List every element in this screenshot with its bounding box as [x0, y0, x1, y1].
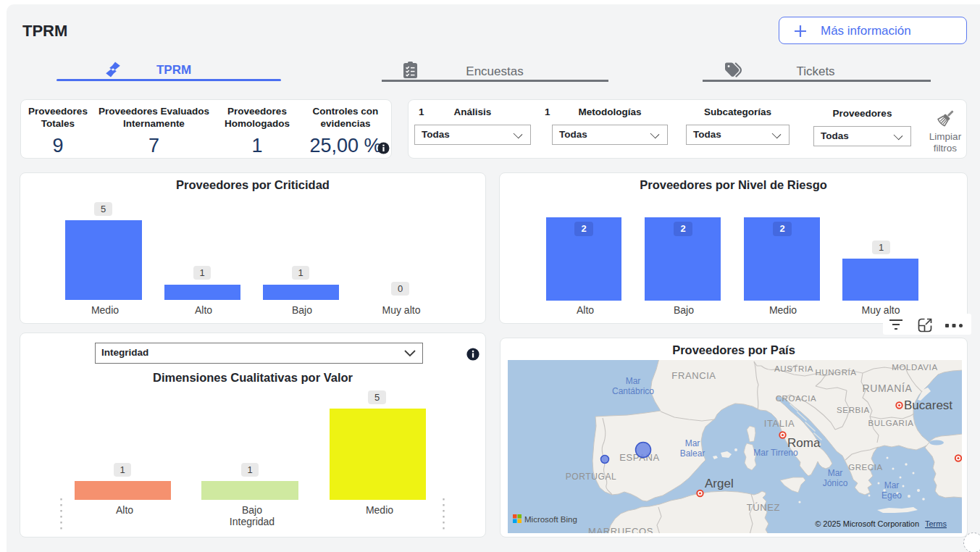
svg-text:MOLDAVIA: MOLDAVIA	[892, 363, 937, 372]
svg-text:HUNGRÍA: HUNGRÍA	[815, 368, 856, 377]
svg-text:CROACIA: CROACIA	[776, 394, 817, 403]
svg-text:PORTUGAL: PORTUGAL	[566, 472, 617, 482]
svg-text:RUMANÍA: RUMANÍA	[863, 382, 913, 394]
svg-text:Egeo: Egeo	[881, 490, 902, 501]
svg-text:MARRUECOS: MARRUECOS	[588, 526, 653, 533]
svg-text:Bucarest: Bucarest	[904, 398, 952, 412]
svg-text:BULGARIA: BULGARIA	[868, 419, 914, 427]
svg-text:Roma: Roma	[787, 436, 821, 450]
svg-text:SERBIA: SERBIA	[837, 406, 870, 414]
svg-text:Balear: Balear	[680, 448, 705, 459]
svg-text:© 2025 Microsoft Corporation: © 2025 Microsoft Corporation	[815, 519, 919, 528]
svg-text:Mar: Mar	[626, 376, 641, 386]
svg-text:Terms: Terms	[925, 519, 947, 528]
svg-text:Cantábrico: Cantábrico	[612, 386, 654, 396]
svg-text:TÚNEZ: TÚNEZ	[747, 502, 780, 513]
svg-text:Mar: Mar	[828, 468, 843, 478]
svg-text:Mar: Mar	[884, 480, 900, 490]
svg-text:Argel: Argel	[705, 477, 734, 490]
svg-text:Jónico: Jónico	[823, 478, 848, 488]
svg-text:Mar: Mar	[685, 438, 700, 448]
svg-text:Microsoft Bing: Microsoft Bing	[524, 515, 577, 524]
svg-text:GRECIA: GRECIA	[848, 463, 883, 472]
svg-text:ITALIA: ITALIA	[764, 418, 795, 429]
svg-text:AUSTRIA: AUSTRIA	[774, 364, 813, 373]
svg-text:FRANCIA: FRANCIA	[671, 370, 716, 381]
